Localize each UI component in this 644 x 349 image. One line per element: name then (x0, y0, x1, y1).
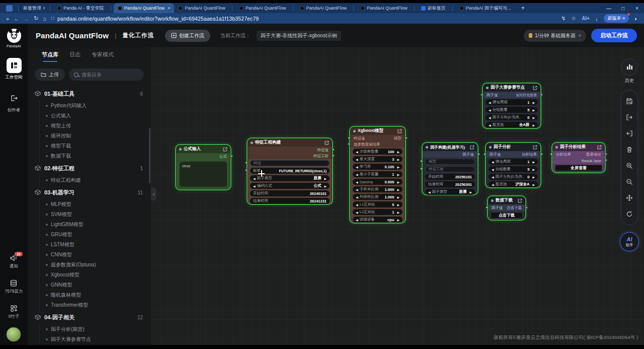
param-row[interactable]: ◀因子方向(0:负向,0▶ (486, 114, 538, 120)
output-port[interactable] (405, 136, 408, 139)
param-row[interactable]: ◀训练设备cpu▶ (353, 217, 403, 223)
stepper-right-icon[interactable]: ▶ (469, 190, 472, 194)
rail-item-notifications[interactable]: 10 通知 (10, 254, 18, 269)
stepper-left-icon[interactable]: ◀ (492, 175, 494, 179)
node-item[interactable]: LSTM模型 (40, 240, 151, 250)
app-logo[interactable]: PandaAI (7, 28, 22, 48)
node-item[interactable]: Transformer模型 (40, 300, 151, 310)
browser-tab[interactable]: PandaAI QuantFlow (356, 3, 412, 13)
profile-icon[interactable]: ◐ (634, 16, 638, 22)
param-row[interactable]: ◀调仓周期1▶ (489, 159, 538, 165)
node-item[interactable]: GRU模型 (40, 230, 151, 240)
param-row-feature[interactable]: 特征 (250, 160, 330, 166)
stepper-left-icon[interactable]: ◀ (489, 101, 491, 104)
stepper-left-icon[interactable]: ◀ (356, 150, 358, 154)
output-port[interactable] (477, 153, 480, 156)
stepper-right-icon[interactable]: ▶ (532, 168, 535, 171)
node-item[interactable]: 超参数搜索(Optuna) (40, 260, 151, 270)
input-port[interactable] (245, 169, 248, 172)
param-row[interactable]: ◀调仓周期1▶ (486, 99, 538, 105)
output-port[interactable] (230, 155, 233, 158)
home-icon[interactable]: ⌂ (43, 16, 46, 22)
edit-icon[interactable] (223, 147, 227, 152)
workflow-canvas[interactable]: ‹ 公式输入 公式 close (151, 47, 644, 345)
output-port[interactable] (332, 154, 335, 157)
category-basic-tools[interactable]: 01-基础工具 6 (35, 88, 151, 100)
tab-node-library[interactable]: 节点库 (42, 51, 58, 58)
export-button[interactable] (623, 111, 636, 124)
history-button[interactable] (621, 58, 638, 76)
stepper-left-icon[interactable]: ◀ (356, 218, 358, 222)
output-port[interactable] (525, 206, 528, 209)
param-row-factor-type[interactable]: ◀因子类型股票▶ (250, 175, 330, 181)
node-item[interactable]: 循环控制 (40, 131, 151, 141)
stepper-left-icon[interactable]: ◀ (356, 165, 358, 169)
stepper-right-icon[interactable]: ▶ (397, 158, 399, 161)
node-item[interactable]: CNN模型 (40, 250, 151, 260)
node-formula-input[interactable]: 公式输入 公式 close (175, 144, 231, 190)
category-feature-engineering[interactable]: 02-特征工程 1 (35, 162, 151, 174)
param-row[interactable]: ◀最大深度3▶ (353, 156, 403, 162)
param-row[interactable]: ◀Gamma0.000▶ (353, 179, 403, 185)
node-item[interactable]: 公式输入 (40, 111, 151, 121)
param-row-feature-eng[interactable]: 特征工程 (425, 166, 475, 172)
stepper-right-icon[interactable]: ▶ (532, 116, 535, 119)
edit-icon[interactable] (597, 145, 602, 150)
upload-button[interactable]: 上传 (35, 68, 65, 81)
stepper-left-icon[interactable]: ◀ (489, 116, 491, 119)
param-row[interactable]: ◀分组数量5▶ (486, 107, 538, 113)
param-row-encode-mode[interactable]: ◀编码方式公式▶ (250, 183, 330, 189)
reload-icon[interactable]: ↻ (34, 15, 38, 22)
node-xgboost-model[interactable]: Xgboost模型 特征值模型 超参数搜索结果 ◀次级树数量100▶ ◀最大深度… (349, 126, 406, 224)
node-item[interactable]: 因子分析(期货) (40, 324, 151, 334)
stepper-right-icon[interactable]: ▶ (532, 108, 535, 112)
stepper-right-icon[interactable]: ▶ (397, 150, 399, 154)
stepper-right-icon[interactable]: ▶ (324, 184, 327, 188)
stepper-left-icon[interactable]: ◀ (492, 168, 494, 171)
edit-icon[interactable] (397, 129, 402, 133)
input-port[interactable] (348, 136, 351, 139)
stepper-right-icon[interactable]: ▶ (397, 188, 399, 191)
stepper-left-icon[interactable]: ◀ (356, 158, 358, 161)
input-port[interactable] (480, 93, 484, 96)
param-row[interactable]: ◀次级树数量100▶ (353, 149, 403, 155)
rail-item-creator[interactable]: 创作者 (7, 91, 22, 113)
stepper-right-icon[interactable]: ▶ (397, 180, 399, 184)
search-box[interactable] (69, 68, 144, 81)
param-row[interactable]: ◀最小子权重1▶ (353, 171, 403, 177)
rail-item-bamboo[interactable]: 0竹子 (9, 305, 20, 320)
stepper-right-icon[interactable]: ▶ (397, 173, 399, 176)
param-row-end-date[interactable]: 结束时间20241231 (250, 198, 330, 204)
rail-item-workspace[interactable]: 工作空间 (6, 58, 23, 81)
stepper-left-icon[interactable]: ◀ (356, 203, 358, 206)
save-button[interactable] (623, 95, 636, 108)
site-info-icon[interactable]: ∷ (51, 15, 54, 22)
stepper-right-icon[interactable]: ▶ (532, 101, 535, 104)
zoom-in-button[interactable] (623, 159, 636, 172)
input-port[interactable] (348, 143, 351, 146)
input-port[interactable] (486, 206, 489, 209)
param-row[interactable]: ◀股票池全A股▶ (486, 122, 538, 128)
stepper-left-icon[interactable]: ◀ (356, 211, 358, 214)
tab-manager-button[interactable]: 标签管理 ∨ (21, 5, 47, 12)
sidebar-collapse-handle[interactable]: ‹ (151, 187, 156, 200)
bookmark-star-icon[interactable]: ☆ (571, 15, 576, 22)
browser-app-icon[interactable] (6, 5, 13, 12)
output-port[interactable] (332, 148, 335, 151)
forward-icon[interactable]: → (24, 16, 29, 22)
stepper-right-icon[interactable]: ▶ (397, 211, 399, 214)
stepper-left-icon[interactable]: ◀ (428, 190, 431, 194)
stepper-left-icon[interactable]: ◀ (489, 123, 491, 127)
node-analysis-result[interactable]: 因子分析结果 分析结果图表地址 Result Json 全屏查看 (551, 142, 606, 173)
formula-code-area[interactable]: close (179, 161, 227, 187)
output-port[interactable] (604, 153, 607, 156)
url-field[interactable]: ∷ pandaai.online/quantflow/workflow/edit… (51, 15, 556, 22)
param-row[interactable]: ◀因子方向(0:负向,0▶ (489, 174, 538, 180)
new-tab-button[interactable]: + (521, 5, 525, 12)
param-row-label[interactable]: 标签FUTURE_RETURNS(close,1) (250, 168, 330, 174)
delete-button[interactable] (623, 143, 636, 156)
stepper-right-icon[interactable]: ▶ (397, 165, 399, 169)
browser-tab[interactable]: PandaAI 因子编写与函数参考手册 (455, 3, 516, 13)
param-row[interactable]: ◀L2正则化1▶ (353, 209, 403, 215)
fullscreen-view-button[interactable]: 全屏查看 (555, 165, 602, 171)
